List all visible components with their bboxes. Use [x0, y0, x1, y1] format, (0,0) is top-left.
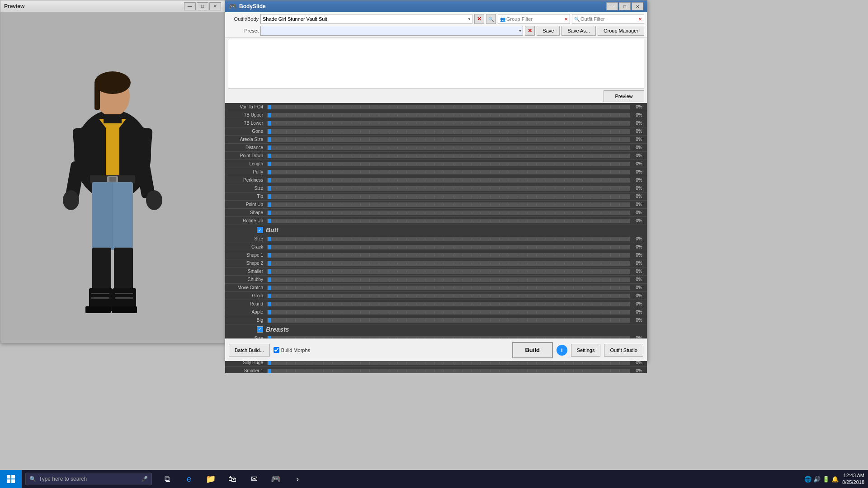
slider-track-nipple_group-4[interactable]: [267, 162, 630, 166]
notification-icon[interactable]: 🔔: [831, 476, 839, 483]
slider-thumb-nipple_group-2[interactable]: [268, 145, 271, 150]
group-filter-box[interactable]: 👥 Group Filter ✕: [498, 14, 570, 24]
slider-thumb-vanilla_group-2[interactable]: [268, 121, 271, 126]
slider-track-butt_group-7[interactable]: [267, 294, 630, 298]
slider-thumb-nipple_group-3[interactable]: [268, 154, 271, 158]
slider-track-butt_group-10[interactable]: [267, 318, 630, 323]
slider-track-breasts_group-3[interactable]: [267, 361, 630, 365]
outfit-search-btn[interactable]: 🔍: [486, 14, 496, 24]
mail-icon[interactable]: ✉: [244, 470, 264, 488]
slider-thumb-butt_group-9[interactable]: [268, 310, 271, 314]
slider-track-butt_group-8[interactable]: [267, 302, 630, 306]
settings-btn[interactable]: Settings: [571, 344, 601, 357]
group-manager-btn[interactable]: Group Manager: [598, 26, 644, 36]
slider-track-butt_group-1[interactable]: [267, 245, 630, 249]
slider-thumb-nipple_group-5[interactable]: [268, 170, 271, 174]
task-view-btn[interactable]: ⧉: [157, 470, 177, 488]
slider-thumb-nipple_group-7[interactable]: [268, 186, 271, 191]
slider-track-vanilla_group-1[interactable]: [267, 113, 630, 117]
slider-thumb-nipple_group-9[interactable]: [268, 202, 271, 207]
preview-minimize-btn[interactable]: —: [184, 2, 196, 10]
slider-thumb-nipple_group-0[interactable]: [268, 129, 271, 134]
slider-track-nipple_group-3[interactable]: [267, 154, 630, 158]
slider-thumb-butt_group-1[interactable]: [268, 245, 271, 249]
slider-track-nipple_group-9[interactable]: [267, 202, 630, 207]
build-btn[interactable]: Build: [512, 342, 553, 358]
slider-thumb-vanilla_group-1[interactable]: [268, 113, 271, 117]
slider-thumb-butt_group-4[interactable]: [268, 269, 271, 274]
network-icon[interactable]: 🌐: [804, 476, 811, 483]
edge-icon[interactable]: e: [179, 470, 199, 488]
slider-track-nipple_group-8[interactable]: [267, 194, 630, 199]
preset-combo[interactable]: ▼: [260, 26, 523, 36]
start-button[interactable]: [0, 470, 22, 488]
save-as-btn[interactable]: Save As...: [561, 26, 596, 36]
slider-thumb-nipple_group-6[interactable]: [268, 178, 271, 183]
slider-track-nipple_group-1[interactable]: [267, 137, 630, 142]
slider-thumb-butt_group-0[interactable]: [268, 237, 271, 241]
slider-track-butt_group-2[interactable]: [267, 253, 630, 258]
slider-tick: [601, 319, 601, 321]
bodyslide-close-btn[interactable]: ✕: [632, 2, 643, 10]
info-btn[interactable]: i: [557, 345, 567, 356]
outfit-filter-clear[interactable]: ✕: [638, 17, 642, 22]
slider-thumb-butt_group-10[interactable]: [268, 318, 271, 323]
slider-thumb-breasts_group-4[interactable]: [268, 369, 271, 373]
store-icon[interactable]: 🛍: [222, 470, 242, 488]
slider-track-vanilla_group-2[interactable]: [267, 121, 630, 126]
slider-track-nipple_group-11[interactable]: [267, 219, 630, 223]
bodyslide-maximize-btn[interactable]: □: [619, 2, 631, 10]
slider-track-nipple_group-6[interactable]: [267, 178, 630, 183]
preview-btn[interactable]: Preview: [604, 90, 644, 102]
slider-track-vanilla_group-0[interactable]: [267, 105, 630, 109]
app5-icon[interactable]: 🎮: [266, 470, 286, 488]
outfit-body-combo[interactable]: Shade Girl Stunner Vault Suit ▼: [260, 14, 472, 24]
slider-thumb-butt_group-2[interactable]: [268, 253, 271, 258]
slider-track-breasts_group-4[interactable]: [267, 369, 630, 373]
save-btn[interactable]: Save: [537, 26, 560, 36]
group-checkbox-butt_group[interactable]: ✓: [257, 227, 263, 233]
slider-thumb-nipple_group-8[interactable]: [268, 194, 271, 199]
bodyslide-minimize-btn[interactable]: —: [606, 2, 618, 10]
preview-maximize-btn[interactable]: □: [197, 2, 208, 10]
slider-thumb-butt_group-3[interactable]: [268, 261, 271, 266]
slider-track-butt_group-0[interactable]: [267, 237, 630, 241]
group-filter-clear[interactable]: ✕: [564, 17, 568, 22]
slider-thumb-butt_group-7[interactable]: [268, 294, 271, 298]
slider-thumb-butt_group-6[interactable]: [268, 286, 271, 290]
slider-track-butt_group-5[interactable]: [267, 277, 630, 282]
preview-close-btn[interactable]: ✕: [209, 2, 221, 10]
outfit-studio-btn[interactable]: Outfit Studio: [604, 344, 643, 357]
slider-tick: [564, 311, 565, 313]
slider-thumb-breasts_group-3[interactable]: [268, 361, 271, 365]
slider-track-nipple_group-10[interactable]: [267, 211, 630, 215]
build-morphs-checkbox[interactable]: [274, 347, 279, 353]
more-apps-icon[interactable]: ›: [288, 470, 307, 488]
slider-track-nipple_group-2[interactable]: [267, 145, 630, 150]
volume-icon[interactable]: 🔊: [813, 476, 821, 483]
svg-rect-30: [115, 293, 133, 294]
taskbar-search[interactable]: 🔍 Type here to search 🎤: [25, 473, 152, 485]
slider-tick: [434, 263, 435, 264]
slider-thumb-butt_group-5[interactable]: [268, 277, 271, 282]
slider-thumb-nipple_group-1[interactable]: [268, 137, 271, 142]
slider-track-butt_group-4[interactable]: [267, 269, 630, 274]
slider-track-nipple_group-5[interactable]: [267, 170, 630, 174]
slider-track-butt_group-3[interactable]: [267, 261, 630, 266]
folder-icon[interactable]: 📁: [201, 470, 221, 488]
batch-build-btn[interactable]: Batch Build...: [229, 344, 270, 357]
outfit-filter-box[interactable]: 🔍 Outfit Filter ✕: [572, 14, 644, 24]
slider-track-nipple_group-7[interactable]: [267, 186, 630, 191]
outfit-clear-btn[interactable]: ✕: [474, 14, 484, 24]
group-checkbox-breasts_group[interactable]: ✓: [257, 326, 263, 333]
slider-thumb-butt_group-8[interactable]: [268, 302, 271, 306]
slider-track-butt_group-9[interactable]: [267, 310, 630, 314]
slider-thumb-nipple_group-4[interactable]: [268, 162, 271, 166]
slider-track-nipple_group-0[interactable]: [267, 129, 630, 134]
slider-thumb-nipple_group-10[interactable]: [268, 211, 271, 215]
slider-thumb-nipple_group-11[interactable]: [268, 219, 271, 223]
slider-thumb-vanilla_group-0[interactable]: [268, 105, 271, 109]
slider-track-butt_group-6[interactable]: [267, 286, 630, 290]
preset-clear-btn[interactable]: ✕: [525, 26, 535, 36]
sliders-container[interactable]: Vanilla FO4 0% 7B Upper 0% 7B Lower: [225, 103, 647, 373]
